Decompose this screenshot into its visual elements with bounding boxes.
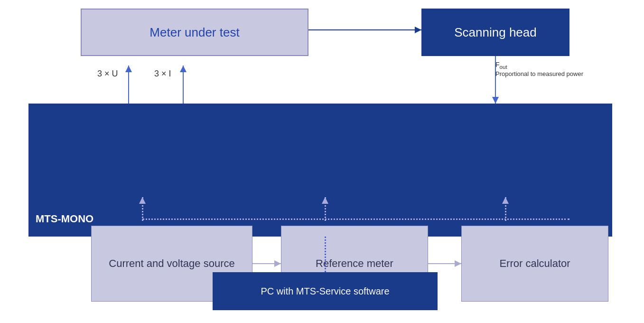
label-3u: 3 × U (97, 69, 118, 79)
arrow-3u-up (128, 66, 129, 104)
pc-label: PC with MTS-Service software (261, 286, 389, 297)
error-calculator-box: Error calculator (461, 226, 608, 302)
current-voltage-label: Current and voltage source (109, 256, 234, 271)
label-3i: 3 × I (154, 69, 171, 79)
scanning-head-box: Scanning head (421, 9, 569, 56)
diagram-container: Meter under test Scanning head Fout Prop… (0, 0, 644, 323)
meter-under-test-box: Meter under test (81, 9, 308, 56)
arrow-cv-to-ref (252, 263, 281, 264)
scanning-head-label: Scanning head (454, 25, 536, 40)
error-calculator-label: Error calculator (499, 257, 570, 270)
arrow-3i-up (183, 66, 184, 104)
pc-box: PC with MTS-Service software (213, 272, 438, 310)
dotted-arrow-ref (322, 197, 328, 204)
meter-under-test-label: Meter under test (149, 25, 239, 40)
main-panel: Current and voltage source Reference met… (28, 104, 612, 237)
arrow-scan-down (495, 56, 496, 104)
fout-label: Fout (495, 61, 507, 70)
arrow-ref-to-err (428, 263, 461, 264)
dotted-line-v-pc (325, 237, 326, 272)
mts-mono-label: MTS-MONO (36, 213, 93, 225)
dotted-arrow-err (502, 197, 509, 204)
arrow-meter-to-scan (308, 29, 421, 30)
dotted-arrow-cv (139, 197, 146, 204)
reference-meter-label: Reference meter (316, 257, 393, 270)
proportional-label: Proportional to measured power (495, 70, 583, 77)
